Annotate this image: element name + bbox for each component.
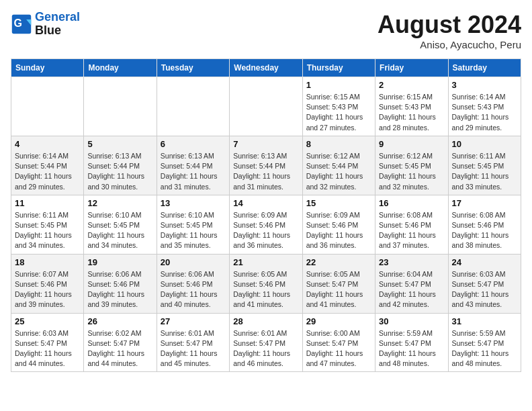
day-detail: Sunrise: 6:11 AM Sunset: 5:45 PM Dayligh…	[452, 151, 517, 192]
day-number: 8	[306, 139, 371, 149]
day-number: 10	[452, 139, 517, 149]
day-of-week-header: Wednesday	[230, 59, 302, 77]
calendar-day-cell: 9Sunrise: 6:12 AM Sunset: 5:45 PM Daylig…	[375, 136, 448, 195]
day-detail: Sunrise: 6:13 AM Sunset: 5:44 PM Dayligh…	[233, 151, 298, 192]
day-detail: Sunrise: 5:59 AM Sunset: 5:47 PM Dayligh…	[452, 328, 517, 369]
calendar-day-cell: 20Sunrise: 6:06 AM Sunset: 5:46 PM Dayli…	[157, 254, 229, 313]
day-number: 21	[233, 257, 298, 267]
calendar-day-cell: 11Sunrise: 6:11 AM Sunset: 5:45 PM Dayli…	[11, 195, 84, 254]
calendar-day-cell: 30Sunrise: 5:59 AM Sunset: 5:47 PM Dayli…	[375, 313, 448, 372]
day-number: 27	[161, 316, 226, 326]
day-number: 2	[379, 80, 444, 90]
calendar-day-cell: 23Sunrise: 6:04 AM Sunset: 5:47 PM Dayli…	[375, 254, 448, 313]
day-detail: Sunrise: 6:12 AM Sunset: 5:45 PM Dayligh…	[379, 151, 444, 192]
day-of-week-header: Thursday	[302, 59, 375, 77]
day-detail: Sunrise: 5:59 AM Sunset: 5:47 PM Dayligh…	[379, 328, 444, 369]
calendar-day-cell: 25Sunrise: 6:03 AM Sunset: 5:47 PM Dayli…	[11, 313, 84, 372]
day-detail: Sunrise: 6:08 AM Sunset: 5:46 PM Dayligh…	[379, 210, 444, 251]
calendar-day-cell: 27Sunrise: 6:01 AM Sunset: 5:47 PM Dayli…	[157, 313, 229, 372]
day-of-week-header: Friday	[375, 59, 448, 77]
location-subtitle: Aniso, Ayacucho, Peru	[378, 39, 521, 50]
day-detail: Sunrise: 6:15 AM Sunset: 5:43 PM Dayligh…	[306, 92, 371, 133]
day-number: 7	[233, 139, 298, 149]
day-detail: Sunrise: 6:14 AM Sunset: 5:44 PM Dayligh…	[15, 151, 80, 192]
calendar-day-cell: 29Sunrise: 6:00 AM Sunset: 5:47 PM Dayli…	[302, 313, 375, 372]
day-number: 17	[452, 198, 517, 208]
day-number: 20	[161, 257, 226, 267]
day-number: 29	[306, 316, 371, 326]
calendar-day-cell	[84, 77, 157, 136]
day-detail: Sunrise: 6:13 AM Sunset: 5:44 PM Dayligh…	[161, 151, 226, 192]
calendar-week-row: 18Sunrise: 6:07 AM Sunset: 5:46 PM Dayli…	[11, 254, 521, 313]
day-number: 23	[379, 257, 444, 267]
day-of-week-header: Saturday	[448, 59, 521, 77]
page-header: G General Blue August 2024 Aniso, Ayacuc…	[11, 11, 521, 50]
day-number: 13	[161, 198, 226, 208]
calendar-day-cell: 18Sunrise: 6:07 AM Sunset: 5:46 PM Dayli…	[11, 254, 84, 313]
calendar-day-cell: 24Sunrise: 6:03 AM Sunset: 5:47 PM Dayli…	[448, 254, 521, 313]
day-number: 31	[452, 316, 517, 326]
day-detail: Sunrise: 6:14 AM Sunset: 5:43 PM Dayligh…	[452, 92, 517, 133]
day-number: 30	[379, 316, 444, 326]
day-number: 3	[452, 80, 517, 90]
day-number: 4	[15, 139, 80, 149]
day-detail: Sunrise: 6:06 AM Sunset: 5:46 PM Dayligh…	[161, 269, 226, 310]
day-number: 24	[452, 257, 517, 267]
day-number: 16	[379, 198, 444, 208]
day-of-week-header: Tuesday	[157, 59, 229, 77]
svg-text:G: G	[13, 17, 21, 28]
day-number: 26	[87, 316, 152, 326]
month-year-title: August 2024	[378, 11, 521, 39]
day-number: 14	[233, 198, 298, 208]
calendar-day-cell: 14Sunrise: 6:09 AM Sunset: 5:46 PM Dayli…	[230, 195, 302, 254]
day-detail: Sunrise: 6:03 AM Sunset: 5:47 PM Dayligh…	[452, 269, 517, 310]
day-detail: Sunrise: 6:04 AM Sunset: 5:47 PM Dayligh…	[379, 269, 444, 310]
calendar-day-cell: 3Sunrise: 6:14 AM Sunset: 5:43 PM Daylig…	[448, 77, 521, 136]
day-detail: Sunrise: 6:03 AM Sunset: 5:47 PM Dayligh…	[15, 328, 80, 369]
day-detail: Sunrise: 6:11 AM Sunset: 5:45 PM Dayligh…	[15, 210, 80, 251]
day-detail: Sunrise: 6:01 AM Sunset: 5:47 PM Dayligh…	[161, 328, 226, 369]
calendar-day-cell: 1Sunrise: 6:15 AM Sunset: 5:43 PM Daylig…	[302, 77, 375, 136]
calendar-day-cell	[11, 77, 84, 136]
calendar-header-row: SundayMondayTuesdayWednesdayThursdayFrid…	[11, 59, 521, 77]
day-number: 11	[15, 198, 80, 208]
day-number: 22	[306, 257, 371, 267]
day-detail: Sunrise: 6:09 AM Sunset: 5:46 PM Dayligh…	[233, 210, 298, 251]
day-number: 6	[161, 139, 226, 149]
calendar-day-cell: 16Sunrise: 6:08 AM Sunset: 5:46 PM Dayli…	[375, 195, 448, 254]
day-detail: Sunrise: 6:10 AM Sunset: 5:45 PM Dayligh…	[161, 210, 226, 251]
logo-icon: G	[11, 13, 32, 35]
day-detail: Sunrise: 6:12 AM Sunset: 5:44 PM Dayligh…	[306, 151, 371, 192]
day-of-week-header: Sunday	[11, 59, 84, 77]
logo-text: General Blue	[35, 11, 80, 38]
day-detail: Sunrise: 6:00 AM Sunset: 5:47 PM Dayligh…	[306, 328, 371, 369]
day-detail: Sunrise: 6:09 AM Sunset: 5:46 PM Dayligh…	[306, 210, 371, 251]
calendar-day-cell	[230, 77, 302, 136]
calendar-day-cell: 17Sunrise: 6:08 AM Sunset: 5:46 PM Dayli…	[448, 195, 521, 254]
calendar-week-row: 4Sunrise: 6:14 AM Sunset: 5:44 PM Daylig…	[11, 136, 521, 195]
calendar-table: SundayMondayTuesdayWednesdayThursdayFrid…	[11, 58, 521, 372]
calendar-day-cell: 5Sunrise: 6:13 AM Sunset: 5:44 PM Daylig…	[84, 136, 157, 195]
calendar-week-row: 11Sunrise: 6:11 AM Sunset: 5:45 PM Dayli…	[11, 195, 521, 254]
day-number: 19	[87, 257, 152, 267]
calendar-day-cell: 10Sunrise: 6:11 AM Sunset: 5:45 PM Dayli…	[448, 136, 521, 195]
calendar-day-cell: 15Sunrise: 6:09 AM Sunset: 5:46 PM Dayli…	[302, 195, 375, 254]
calendar-week-row: 1Sunrise: 6:15 AM Sunset: 5:43 PM Daylig…	[11, 77, 521, 136]
calendar-day-cell: 22Sunrise: 6:05 AM Sunset: 5:47 PM Dayli…	[302, 254, 375, 313]
calendar-day-cell: 2Sunrise: 6:15 AM Sunset: 5:43 PM Daylig…	[375, 77, 448, 136]
calendar-day-cell: 26Sunrise: 6:02 AM Sunset: 5:47 PM Dayli…	[84, 313, 157, 372]
day-number: 25	[15, 316, 80, 326]
calendar-day-cell: 12Sunrise: 6:10 AM Sunset: 5:45 PM Dayli…	[84, 195, 157, 254]
title-block: August 2024 Aniso, Ayacucho, Peru	[378, 11, 521, 50]
day-detail: Sunrise: 6:05 AM Sunset: 5:47 PM Dayligh…	[306, 269, 371, 310]
calendar-week-row: 25Sunrise: 6:03 AM Sunset: 5:47 PM Dayli…	[11, 313, 521, 372]
day-detail: Sunrise: 6:13 AM Sunset: 5:44 PM Dayligh…	[87, 151, 152, 192]
calendar-day-cell: 31Sunrise: 5:59 AM Sunset: 5:47 PM Dayli…	[448, 313, 521, 372]
day-detail: Sunrise: 6:02 AM Sunset: 5:47 PM Dayligh…	[87, 328, 152, 369]
day-detail: Sunrise: 6:08 AM Sunset: 5:46 PM Dayligh…	[452, 210, 517, 251]
calendar-day-cell: 8Sunrise: 6:12 AM Sunset: 5:44 PM Daylig…	[302, 136, 375, 195]
day-number: 9	[379, 139, 444, 149]
day-number: 1	[306, 80, 371, 90]
calendar-day-cell: 13Sunrise: 6:10 AM Sunset: 5:45 PM Dayli…	[157, 195, 229, 254]
calendar-day-cell: 6Sunrise: 6:13 AM Sunset: 5:44 PM Daylig…	[157, 136, 229, 195]
